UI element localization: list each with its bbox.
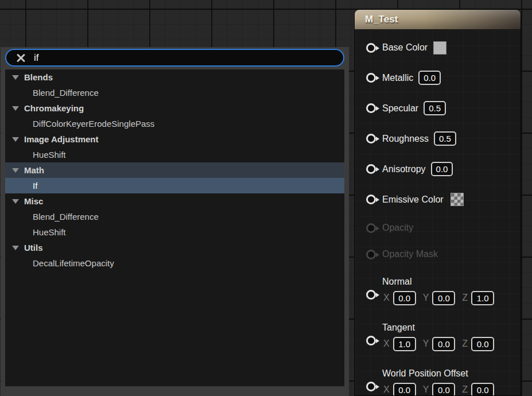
pin-ring-icon — [366, 382, 376, 391]
menu-item-label: DiffColorKeyerErodeSinglePass — [33, 119, 154, 129]
pin-value-input[interactable]: 0.5 — [434, 131, 456, 146]
pin-label: Anisotropy — [382, 164, 426, 174]
vector-values-row: X0.0Y0.0Z0.0 — [382, 381, 494, 396]
pin-row-emissive-color: Emissive Color — [355, 184, 521, 215]
input-pin-icon[interactable] — [366, 223, 376, 233]
axis-label-x: X — [383, 339, 390, 349]
pin-value-input[interactable]: 0.0 — [393, 291, 416, 305]
search-results-list: BlendsBlend_DifferenceChromakeyingDiffCo… — [5, 69, 344, 386]
pin-row-opacity: Opacity — [355, 215, 521, 241]
menu-item-label: HueShift — [33, 150, 66, 160]
menu-item-blend-difference[interactable]: Blend_Difference — [5, 85, 344, 100]
pin-label: Emissive Color — [382, 195, 444, 205]
category-label: Chromakeying — [24, 103, 84, 113]
clear-search-icon[interactable] — [16, 53, 25, 63]
category-row-misc[interactable]: Misc — [5, 193, 344, 209]
pin-value-input[interactable]: 0.5 — [424, 101, 446, 115]
collapse-arrow-icon[interactable] — [12, 75, 19, 80]
category-row-chromakeying[interactable]: Chromakeying — [5, 100, 344, 116]
category-row-image-adjustment[interactable]: Image Adjustment — [5, 131, 344, 147]
material-node[interactable]: M_Test Base ColorMetallic0.0Specular0.5R… — [354, 9, 521, 396]
checker-swatch[interactable] — [451, 193, 464, 206]
input-pin-icon[interactable] — [366, 336, 376, 345]
category-row-utils[interactable]: Utils — [5, 240, 344, 255]
input-pin-icon[interactable] — [366, 382, 376, 391]
input-pin-icon[interactable] — [366, 134, 376, 143]
axis-label-y: Y — [423, 293, 429, 303]
input-pin-icon[interactable] — [366, 73, 376, 83]
pin-ring-icon — [366, 290, 376, 300]
pin-ring-icon — [366, 134, 376, 143]
menu-item-label: DecalLifetimeOpacity — [33, 258, 114, 268]
search-box[interactable] — [5, 49, 344, 67]
axis-label-x: X — [383, 385, 390, 395]
pin-value-input[interactable]: 0.0 — [432, 291, 455, 305]
input-pin-icon[interactable] — [366, 195, 376, 204]
pin-ring-icon — [366, 103, 376, 113]
vector-values-row: X0.0Y0.0Z1.0 — [382, 289, 494, 306]
input-pin-icon[interactable] — [366, 290, 376, 300]
category-label: Misc — [24, 196, 43, 206]
pin-value-input[interactable]: 1.0 — [393, 337, 416, 351]
pin-value-input[interactable]: 0.0 — [471, 337, 494, 351]
material-node-header[interactable]: M_Test — [355, 10, 521, 30]
axis-label-z: Z — [462, 293, 468, 303]
pin-label: Base Color — [382, 42, 428, 53]
pin-ring-icon — [366, 336, 376, 345]
menu-item-if[interactable]: If — [5, 178, 344, 193]
axis-label-y: Y — [423, 339, 429, 349]
pin-value-input[interactable]: 1.0 — [471, 291, 494, 305]
axis-label-y: Y — [423, 385, 429, 395]
menu-item-hueshift[interactable]: HueShift — [5, 147, 344, 162]
input-pin-icon[interactable] — [366, 164, 376, 174]
collapse-arrow-icon[interactable] — [12, 106, 19, 111]
menu-item-label: Blend_Difference — [33, 88, 99, 98]
axis-label-x: X — [383, 293, 390, 303]
vector-input-group: TangentX1.0Y0.0Z0.0 — [382, 320, 494, 352]
category-label: Math — [24, 165, 44, 175]
pin-label: Tangent — [382, 320, 494, 335]
pin-label: Specular — [382, 103, 418, 114]
material-node-title: M_Test — [365, 14, 398, 25]
collapse-arrow-icon[interactable] — [12, 246, 19, 250]
category-row-blends[interactable]: Blends — [5, 69, 344, 85]
category-label: Blends — [24, 72, 53, 82]
input-pin-icon[interactable] — [366, 43, 376, 53]
menu-item-label: Blend_Difference — [33, 212, 99, 222]
vector-input-group: NormalX0.0Y0.0Z1.0 — [382, 274, 494, 306]
color-swatch[interactable] — [433, 41, 446, 55]
pin-row-metallic: Metallic0.0 — [355, 63, 521, 93]
category-row-math[interactable]: Math — [5, 162, 344, 178]
menu-item-diffcolorkeyererodesinglepass[interactable]: DiffColorKeyerErodeSinglePass — [5, 116, 344, 131]
pin-value-input[interactable]: 0.0 — [432, 383, 455, 396]
collapse-arrow-icon[interactable] — [12, 137, 19, 142]
pin-label: Normal — [382, 274, 494, 289]
pin-value-input[interactable]: 0.0 — [393, 383, 416, 396]
menu-item-decallifetimeopacity[interactable]: DecalLifetimeOpacity — [5, 255, 344, 271]
axis-label-z: Z — [462, 385, 468, 395]
pin-label: Roughness — [382, 134, 429, 144]
menu-item-label: HueShift — [33, 227, 66, 237]
input-pin-icon[interactable] — [366, 250, 376, 259]
pin-ring-icon — [366, 195, 376, 204]
collapse-arrow-icon[interactable] — [12, 199, 19, 204]
menu-item-hueshift[interactable]: HueShift — [5, 224, 344, 240]
node-search-menu: BlendsBlend_DifferenceChromakeyingDiffCo… — [1, 47, 349, 396]
axis-label-z: Z — [462, 339, 468, 349]
collapse-arrow-icon[interactable] — [12, 168, 19, 173]
material-node-body: Base ColorMetallic0.0Specular0.5Roughnes… — [355, 30, 521, 396]
pin-row-roughness: Roughness0.5 — [355, 123, 521, 154]
pin-value-input[interactable]: 0.0 — [432, 337, 455, 351]
search-input[interactable] — [34, 52, 335, 64]
pin-value-input[interactable]: 0.0 — [431, 162, 453, 176]
menu-item-blend-difference[interactable]: Blend_Difference — [5, 209, 344, 224]
category-label: Image Adjustment — [24, 134, 98, 144]
menu-item-label: If — [33, 181, 37, 191]
input-pin-icon[interactable] — [366, 103, 376, 113]
pin-row-tangent: TangentX1.0Y0.0Z0.0 — [355, 313, 521, 359]
graph-canvas[interactable]: BlendsBlend_DifferenceChromakeyingDiffCo… — [0, 0, 532, 396]
pin-ring-icon — [366, 73, 376, 83]
pin-ring-icon — [366, 164, 376, 174]
pin-value-input[interactable]: 0.0 — [418, 71, 441, 85]
pin-value-input[interactable]: 0.0 — [471, 383, 494, 396]
